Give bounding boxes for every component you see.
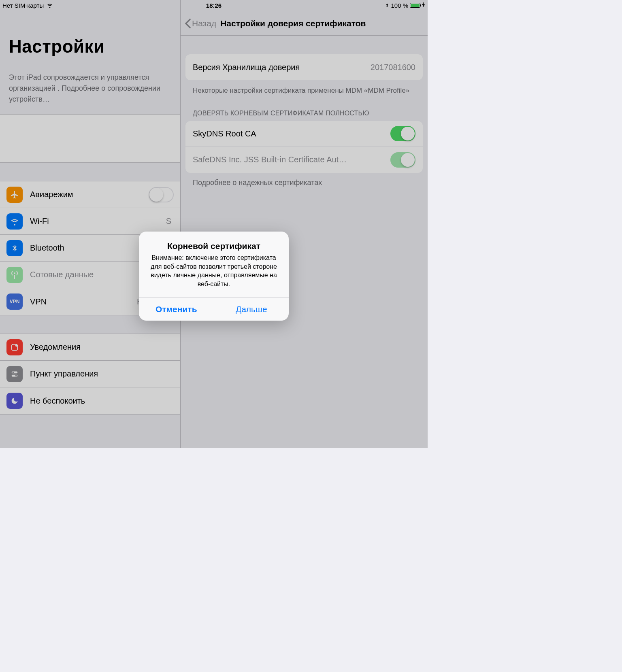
alert-title: Корневой сертификат (147, 241, 281, 251)
alert-cancel-button[interactable]: Отменить (139, 298, 214, 321)
alert-message: Внимание: включение этого сертификата дл… (147, 253, 281, 288)
root-cert-alert: Корневой сертификат Внимание: включение … (139, 232, 289, 321)
modal-backdrop (0, 0, 428, 448)
alert-continue-button[interactable]: Дальше (214, 298, 289, 321)
